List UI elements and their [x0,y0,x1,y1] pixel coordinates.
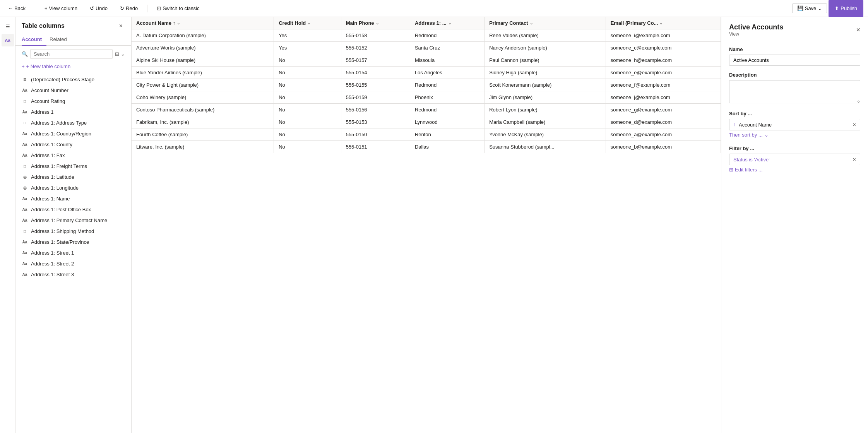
column-label: Address 1: Shipping Method [31,228,94,234]
name-field-group: Name [729,46,860,66]
separator-2 [147,5,147,12]
name-field-input[interactable] [729,55,860,66]
sidebar-item-address-1-shipping-method[interactable]: □Address 1: Shipping Method [15,226,131,236]
back-button[interactable]: ← Back [5,4,29,13]
sort-field-text: Account Name [739,122,850,128]
col-header-email-primary[interactable]: Email (Primary Co...⌄ [606,17,721,29]
cell-address_1: Redmond [410,104,484,116]
column-type-icon: Aa [22,195,28,202]
sidebar-item-address-1-street-2[interactable]: AaAddress 1: Street 2 [15,258,131,269]
column-type-icon: Aa [22,239,28,245]
sidebar-item-account-rating[interactable]: □Account Rating [15,96,131,106]
col-header-address-1[interactable]: Address 1: ...⌄ [410,17,484,29]
icon-bar: ☰ Aa [0,17,15,433]
edit-filters-button[interactable]: ⊞ Edit filters ... [729,165,763,174]
tab-account[interactable]: Account [22,33,46,46]
description-field-group: Description [729,72,860,104]
cell-account_name: City Power & Light (sample) [132,79,274,91]
filter-by-row[interactable]: Status is 'Active' × [729,154,860,165]
sort-by-label: Sort by ... [729,111,860,116]
filter-remove-button[interactable]: × [853,156,856,163]
sidebar-item-address-1-post-office-box[interactable]: AaAddress 1: Post Office Box [15,204,131,215]
cell-main_phone: 555-0159 [341,91,410,104]
sidebar-item-address-1-freight-terms[interactable]: □Address 1: Freight Terms [15,161,131,171]
column-label: Address 1: Country/Region [31,131,91,137]
right-panel-body: Name Description Sort by ... ↑ Account N… [721,40,868,180]
save-button[interactable]: 💾 Save ⌄ [792,3,827,13]
new-table-column-button[interactable]: + + New table column [15,62,131,72]
sidebar-item-address-1-fax[interactable]: AaAddress 1: Fax [15,150,131,161]
sort-toggle-icon[interactable]: ⌄ [530,21,533,25]
switch-icon: ⊡ [157,5,161,11]
search-input[interactable] [30,49,113,59]
hamburger-menu-button[interactable]: ☰ [2,20,14,33]
column-type-icon: Aa [22,217,28,223]
sidebar-tabs: Account Related [15,33,131,46]
col-header-main-phone[interactable]: Main Phone⌄ [341,17,410,29]
text-field-button[interactable]: Aa [2,34,14,46]
sidebar-header: Table columns × [15,17,131,33]
redo-button[interactable]: ↻ Redo [117,4,141,13]
sidebar-item-address-1-street-1[interactable]: AaAddress 1: Street 1 [15,247,131,258]
sidebar-column-list: ≣(Deprecated) Process StageAaAccount Num… [15,72,131,433]
sidebar-item-address-1-street-3[interactable]: AaAddress 1: Street 3 [15,269,131,280]
sort-by-row[interactable]: ↑ Account Name × [729,119,860,130]
column-type-icon: Aa [22,206,28,212]
sort-toggle-icon[interactable]: ⌄ [448,21,451,25]
sidebar-item-address-1-county[interactable]: AaAddress 1: County [15,139,131,150]
table-row: City Power & Light (sample)No555-0155Red… [132,79,721,91]
cell-credit_hold: No [274,54,341,67]
right-panel-header: Active Accounts View × [721,17,868,40]
cell-credit_hold: No [274,79,341,91]
cell-main_phone: 555-0156 [341,104,410,116]
description-field-textarea[interactable] [729,80,860,103]
col-label: Credit Hold [279,20,306,26]
column-label: Address 1: Latitude [31,174,74,180]
cell-email: someone_b@example.com [606,141,721,153]
sidebar-item-address-1-longitude[interactable]: ◎Address 1: Longitude [15,182,131,193]
cell-address_1: Los Angeles [410,67,484,79]
cell-email: someone_f@example.com [606,79,721,91]
col-header-credit-hold[interactable]: Credit Hold⌄ [274,17,341,29]
text-field-icon: Aa [5,38,10,43]
right-panel-close-button[interactable]: × [856,26,860,34]
sidebar-item-deprecated-process-stage[interactable]: ≣(Deprecated) Process Stage [15,74,131,85]
sidebar-close-button[interactable]: × [117,22,125,30]
sidebar-item-address-1-latitude[interactable]: ◎Address 1: Latitude [15,171,131,182]
sidebar-item-address-1-name[interactable]: AaAddress 1: Name [15,193,131,204]
sidebar-item-address-1-primary-contact-name[interactable]: AaAddress 1: Primary Contact Name [15,215,131,226]
sidebar-item-address-1-country-region[interactable]: AaAddress 1: Country/Region [15,128,131,139]
sort-remove-button[interactable]: × [853,122,856,128]
sidebar-item-address-1-address-type[interactable]: □Address 1: Address Type [15,117,131,128]
cell-primary_contact: Yvonne McKay (sample) [485,128,606,141]
sidebar-item-address-1-state-province[interactable]: AaAddress 1: State/Province [15,236,131,247]
sort-toggle-icon[interactable]: ⌄ [307,21,310,25]
sort-toggle-icon[interactable]: ⌄ [376,21,379,25]
table-row: Fabrikam, Inc. (sample)No555-0153Lynnwoo… [132,116,721,128]
sort-toggle-icon[interactable]: ⌄ [659,21,663,25]
then-sort-button[interactable]: Then sort by ... ⌄ [729,130,769,139]
cell-account_name: Fabrikam, Inc. (sample) [132,116,274,128]
new-column-label: + New table column [26,63,71,69]
undo-button[interactable]: ↺ Undo [87,4,111,13]
col-header-primary-contact[interactable]: Primary Contact⌄ [485,17,606,29]
filter-dropdown-icon[interactable]: ⊞ ⌄ [115,51,125,57]
col-header-account-name[interactable]: Account Name ↑⌄ [132,17,274,29]
sidebar-item-address-1[interactable]: AaAddress 1 [15,106,131,117]
view-column-button[interactable]: + View column [41,4,80,13]
sort-toggle-icon[interactable]: ⌄ [177,21,180,25]
cell-primary_contact: Jim Glynn (sample) [485,91,606,104]
cell-credit_hold: No [274,128,341,141]
save-label: Save [805,5,817,11]
tab-related[interactable]: Related [50,33,72,46]
switch-classic-button[interactable]: ⊡ Switch to classic [154,4,202,13]
cell-email: someone_g@example.com [606,104,721,116]
new-column-icon: + [22,63,25,69]
table-row: Contoso Pharmaceuticals (sample)No555-01… [132,104,721,116]
cell-email: someone_e@example.com [606,67,721,79]
main-layout: ☰ Aa Table columns × Account Related 🔍 ⊞… [0,17,868,433]
sidebar-item-account-number[interactable]: AaAccount Number [15,85,131,96]
publish-button[interactable]: ⬆ Publish [829,0,863,17]
cell-email: someone_i@example.com [606,29,721,42]
data-table-wrapper[interactable]: Account Name ↑⌄Credit Hold⌄Main Phone⌄Ad… [132,17,721,433]
